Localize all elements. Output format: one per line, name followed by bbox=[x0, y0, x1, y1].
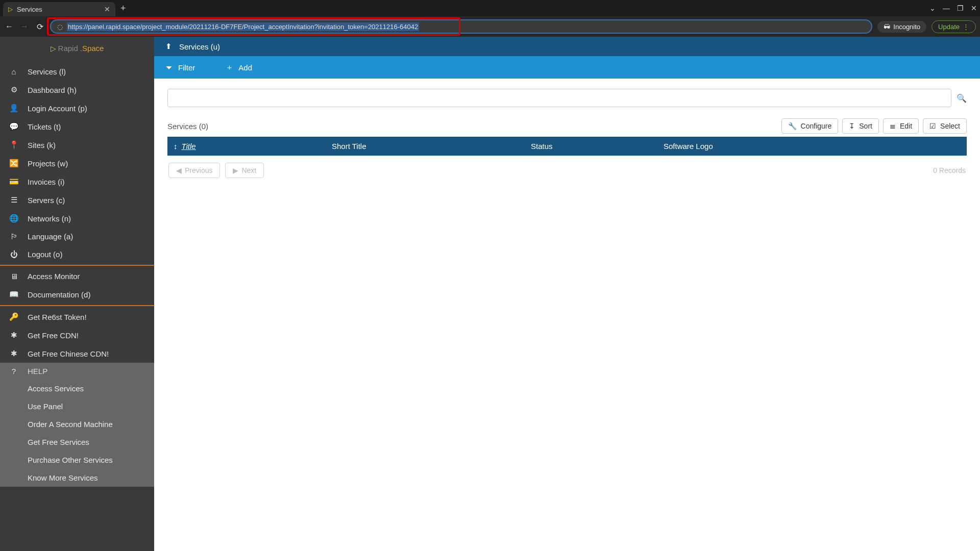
site-info-icon[interactable]: ◌ bbox=[57, 23, 63, 31]
select-button[interactable]: ☑Select bbox=[923, 118, 967, 134]
logo-text-rapid: Rapid bbox=[58, 44, 78, 53]
book-icon: 📖 bbox=[9, 290, 18, 299]
user-icon: 👤 bbox=[9, 104, 18, 113]
search-icon[interactable]: 🔍 bbox=[957, 93, 967, 103]
new-tab-button[interactable]: + bbox=[120, 3, 126, 14]
add-button[interactable]: ＋ Add bbox=[226, 63, 252, 72]
sidebar-item-dashboard[interactable]: ⚙Dashboard (h) bbox=[0, 81, 154, 99]
column-header-software-logo[interactable]: Software Logo bbox=[664, 142, 961, 151]
table-header-row: ↕ Title Short Title Status Software Logo bbox=[167, 137, 967, 156]
sidebar-help-use-panel[interactable]: Use Panel bbox=[0, 397, 154, 415]
address-text[interactable]: https://panel.rapid.space/project_module… bbox=[67, 22, 419, 31]
database-icon: ☰ bbox=[9, 195, 18, 205]
previous-button[interactable]: ◀Previous bbox=[168, 163, 220, 178]
caret-right-icon: ▶ bbox=[233, 166, 238, 174]
sidebar-item-tickets[interactable]: 💬Tickets (t) bbox=[0, 117, 154, 136]
sort-button[interactable]: ↧Sort bbox=[842, 118, 879, 134]
app-root: ▷ Rapid.Space ⌂Services (l) ⚙Dashboard (… bbox=[0, 37, 980, 551]
language-icon: 🏳 bbox=[9, 232, 18, 241]
configure-button[interactable]: 🔧Configure bbox=[781, 118, 839, 134]
configure-label: Configure bbox=[801, 122, 832, 130]
sidebar-item-label: Get Free CDN! bbox=[28, 331, 79, 340]
sidebar-divider bbox=[0, 265, 154, 266]
update-label: Update bbox=[938, 23, 960, 31]
close-window-icon[interactable]: ✕ bbox=[971, 4, 977, 12]
records-count: 0 Records bbox=[933, 166, 966, 174]
sidebar-item-free-chinese-cdn[interactable]: ✱Get Free Chinese CDN! bbox=[0, 344, 154, 363]
sidebar-help-order-second-machine[interactable]: Order A Second Machine bbox=[0, 415, 154, 433]
sidebar-help-access-services[interactable]: Access Services bbox=[0, 380, 154, 397]
sidebar-help-section: ? HELP Access Services Use Panel Order A… bbox=[0, 363, 154, 487]
edit-button[interactable]: ≣Edit bbox=[883, 118, 919, 134]
sidebar-item-label: Know More Services bbox=[28, 473, 98, 482]
sort-asc-icon: ↕ bbox=[174, 142, 178, 151]
sidebar-item-label: Logout (o) bbox=[28, 250, 62, 259]
sidebar-item-label: Sites (k) bbox=[28, 141, 56, 149]
filter-icon: ⏷ bbox=[165, 63, 173, 72]
sidebar-item-invoices[interactable]: 💳Invoices (i) bbox=[0, 172, 154, 191]
sidebar-item-language[interactable]: 🏳Language (a) bbox=[0, 228, 154, 245]
logo[interactable]: ▷ Rapid.Space bbox=[0, 37, 154, 63]
sidebar-item-servers[interactable]: ☰Servers (c) bbox=[0, 191, 154, 209]
sidebar-item-projects[interactable]: 🔀Projects (w) bbox=[0, 154, 154, 172]
star-icon: ✱ bbox=[9, 331, 18, 340]
sidebar-item-free-cdn[interactable]: ✱Get Free CDN! bbox=[0, 326, 154, 344]
address-bar[interactable]: ◌ https://panel.rapid.space/project_modu… bbox=[50, 19, 872, 34]
sidebar-item-services[interactable]: ⌂Services (l) bbox=[0, 63, 154, 81]
main-area: 🔍 Services (0) 🔧Configure ↧Sort ≣Edit ☑S… bbox=[154, 79, 980, 551]
card-icon: 💳 bbox=[9, 177, 18, 186]
caret-left-icon: ◀ bbox=[176, 166, 182, 174]
edit-label: Edit bbox=[900, 122, 912, 130]
sidebar-item-label: Documentation (d) bbox=[28, 290, 90, 299]
search-row: 🔍 bbox=[167, 89, 967, 107]
reload-button[interactable]: ⟳ bbox=[35, 22, 45, 32]
tab-favicon-icon: ▷ bbox=[8, 6, 13, 13]
sidebar-help-purchase-other[interactable]: Purchase Other Services bbox=[0, 451, 154, 469]
sidebar-item-documentation[interactable]: 📖Documentation (d) bbox=[0, 285, 154, 304]
sidebar-item-networks[interactable]: 🌐Networks (n) bbox=[0, 209, 154, 228]
incognito-icon: 🕶 bbox=[884, 23, 890, 31]
column-header-short-title[interactable]: Short Title bbox=[332, 142, 531, 151]
sidebar-item-label: Get Free Chinese CDN! bbox=[28, 349, 109, 358]
content: ⬆ Services (u) ⏷ Filter ＋ Add 🔍 Services… bbox=[154, 37, 980, 551]
sidebar-help-free-services[interactable]: Get Free Services bbox=[0, 433, 154, 451]
incognito-label: Incognito bbox=[893, 23, 920, 31]
sidebar: ▷ Rapid.Space ⌂Services (l) ⚙Dashboard (… bbox=[0, 37, 154, 551]
logo-triangle-icon: ▷ bbox=[51, 44, 56, 53]
chevron-down-icon[interactable]: ⌄ bbox=[929, 4, 936, 12]
column-header-title[interactable]: ↕ Title bbox=[174, 142, 332, 151]
sidebar-item-sites[interactable]: 📍Sites (k) bbox=[0, 136, 154, 154]
update-button[interactable]: Update ⋮ bbox=[932, 20, 976, 33]
upload-icon[interactable]: ⬆ bbox=[165, 42, 172, 51]
sidebar-item-login-account[interactable]: 👤Login Account (p) bbox=[0, 99, 154, 117]
filter-label: Filter bbox=[178, 63, 195, 72]
sidebar-help-heading-label: HELP bbox=[28, 367, 47, 375]
sort-label: Sort bbox=[859, 122, 872, 130]
maximize-icon[interactable]: ❐ bbox=[957, 4, 964, 12]
sidebar-item-label: Purchase Other Services bbox=[28, 456, 113, 464]
minimize-icon[interactable]: — bbox=[943, 4, 950, 12]
previous-label: Previous bbox=[185, 166, 212, 174]
next-button[interactable]: ▶Next bbox=[225, 163, 264, 178]
kebab-icon: ⋮ bbox=[963, 23, 969, 31]
filter-button[interactable]: ⏷ Filter bbox=[165, 63, 195, 72]
sidebar-item-label: Networks (n) bbox=[28, 214, 71, 223]
tab-close-icon[interactable]: ✕ bbox=[104, 5, 110, 13]
wrench-icon: 🔧 bbox=[788, 122, 797, 130]
listing-header: Services (0) 🔧Configure ↧Sort ≣Edit ☑Sel… bbox=[167, 118, 967, 134]
sort-icon: ↧ bbox=[849, 122, 855, 130]
column-header-status[interactable]: Status bbox=[531, 142, 664, 151]
browser-tab[interactable]: ▷ Services ✕ bbox=[3, 2, 115, 16]
sidebar-item-label: Access Monitor bbox=[28, 272, 80, 281]
breadcrumb-label[interactable]: Services (u) bbox=[179, 42, 220, 51]
search-input[interactable] bbox=[167, 89, 951, 107]
sidebar-help-know-more[interactable]: Know More Services bbox=[0, 469, 154, 487]
back-button[interactable]: ← bbox=[4, 22, 14, 31]
listing-title: Services (0) bbox=[167, 122, 208, 131]
incognito-badge[interactable]: 🕶 Incognito bbox=[877, 21, 926, 33]
sidebar-item-logout[interactable]: ⏻Logout (o) bbox=[0, 245, 154, 263]
sidebar-item-label: Tickets (t) bbox=[28, 122, 61, 131]
sidebar-item-re6st-token[interactable]: 🔑Get Re6st Token! bbox=[0, 308, 154, 326]
forward-button[interactable]: → bbox=[19, 22, 30, 31]
sidebar-item-access-monitor[interactable]: 🖥Access Monitor bbox=[0, 267, 154, 285]
